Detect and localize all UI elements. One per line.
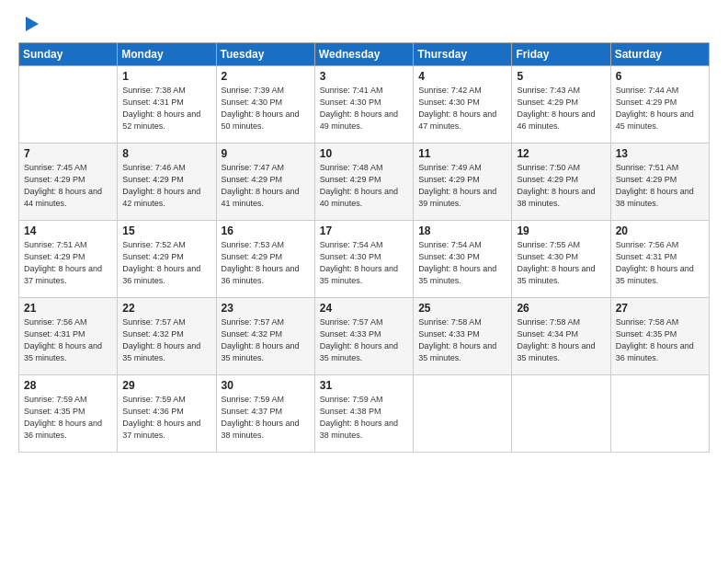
day-info: Sunrise: 7:57 AMSunset: 4:32 PMDaylight:… bbox=[122, 316, 210, 364]
calendar-cell: 19 Sunrise: 7:55 AMSunset: 4:30 PMDaylig… bbox=[512, 221, 610, 298]
calendar-cell: 12 Sunrise: 7:50 AMSunset: 4:29 PMDaylig… bbox=[512, 144, 610, 221]
calendar-cell: 1 Sunrise: 7:38 AMSunset: 4:31 PMDayligh… bbox=[118, 66, 216, 144]
day-info: Sunrise: 7:48 AMSunset: 4:29 PMDaylight:… bbox=[320, 162, 408, 210]
calendar-cell: 16 Sunrise: 7:53 AMSunset: 4:29 PMDaylig… bbox=[216, 221, 314, 298]
calendar-cell: 18 Sunrise: 7:54 AMSunset: 4:30 PMDaylig… bbox=[414, 221, 512, 298]
day-info: Sunrise: 7:38 AMSunset: 4:31 PMDaylight:… bbox=[122, 85, 210, 132]
day-info: Sunrise: 7:53 AMSunset: 4:29 PMDaylight:… bbox=[222, 239, 310, 287]
calendar-cell bbox=[512, 375, 610, 453]
calendar-cell: 17 Sunrise: 7:54 AMSunset: 4:30 PMDaylig… bbox=[314, 221, 413, 298]
day-number: 5 bbox=[517, 70, 605, 83]
calendar-header-row: SundayMondayTuesdayWednesdayThursdayFrid… bbox=[19, 43, 710, 66]
day-info: Sunrise: 7:59 AMSunset: 4:36 PMDaylight:… bbox=[122, 394, 210, 442]
day-number: 21 bbox=[24, 302, 112, 315]
logo-icon bbox=[22, 11, 42, 37]
calendar-cell: 6 Sunrise: 7:44 AMSunset: 4:29 PMDayligh… bbox=[610, 66, 709, 144]
calendar-cell: 30 Sunrise: 7:59 AMSunset: 4:37 PMDaylig… bbox=[216, 375, 314, 453]
calendar-cell: 7 Sunrise: 7:45 AMSunset: 4:29 PMDayligh… bbox=[19, 144, 118, 221]
day-number: 11 bbox=[418, 147, 506, 160]
day-info: Sunrise: 7:46 AMSunset: 4:29 PMDaylight:… bbox=[122, 162, 210, 210]
day-number: 31 bbox=[320, 379, 408, 392]
day-number: 18 bbox=[418, 224, 506, 237]
day-info: Sunrise: 7:44 AMSunset: 4:29 PMDaylight:… bbox=[616, 85, 704, 132]
day-info: Sunrise: 7:52 AMSunset: 4:29 PMDaylight:… bbox=[122, 239, 210, 287]
day-number: 4 bbox=[418, 70, 506, 83]
calendar-cell: 10 Sunrise: 7:48 AMSunset: 4:29 PMDaylig… bbox=[314, 144, 413, 221]
day-number: 27 bbox=[616, 302, 704, 315]
day-info: Sunrise: 7:56 AMSunset: 4:31 PMDaylight:… bbox=[616, 239, 704, 287]
day-info: Sunrise: 7:51 AMSunset: 4:29 PMDaylight:… bbox=[616, 162, 704, 210]
calendar-cell: 13 Sunrise: 7:51 AMSunset: 4:29 PMDaylig… bbox=[610, 144, 709, 221]
day-number: 10 bbox=[320, 147, 408, 160]
header bbox=[18, 15, 710, 37]
day-number: 29 bbox=[122, 379, 210, 392]
calendar-cell: 21 Sunrise: 7:56 AMSunset: 4:31 PMDaylig… bbox=[19, 298, 118, 375]
day-info: Sunrise: 7:41 AMSunset: 4:30 PMDaylight:… bbox=[320, 85, 408, 132]
header-sunday: Sunday bbox=[19, 43, 118, 66]
calendar-cell: 28 Sunrise: 7:59 AMSunset: 4:35 PMDaylig… bbox=[19, 375, 118, 453]
day-number: 1 bbox=[122, 70, 210, 83]
day-number: 8 bbox=[122, 147, 210, 160]
svg-marker-0 bbox=[26, 17, 39, 31]
day-number: 15 bbox=[122, 224, 210, 237]
calendar-cell: 4 Sunrise: 7:42 AMSunset: 4:30 PMDayligh… bbox=[414, 66, 512, 144]
calendar-week-4: 21 Sunrise: 7:56 AMSunset: 4:31 PMDaylig… bbox=[19, 298, 710, 375]
day-info: Sunrise: 7:50 AMSunset: 4:29 PMDaylight:… bbox=[517, 162, 605, 210]
calendar-cell: 15 Sunrise: 7:52 AMSunset: 4:29 PMDaylig… bbox=[118, 221, 216, 298]
day-info: Sunrise: 7:58 AMSunset: 4:34 PMDaylight:… bbox=[517, 316, 605, 364]
calendar-cell: 8 Sunrise: 7:46 AMSunset: 4:29 PMDayligh… bbox=[118, 144, 216, 221]
day-number: 26 bbox=[517, 302, 605, 315]
calendar-cell: 26 Sunrise: 7:58 AMSunset: 4:34 PMDaylig… bbox=[512, 298, 610, 375]
day-number: 30 bbox=[222, 379, 310, 392]
day-number: 25 bbox=[418, 302, 506, 315]
day-number: 6 bbox=[616, 70, 704, 83]
day-info: Sunrise: 7:47 AMSunset: 4:29 PMDaylight:… bbox=[222, 162, 310, 210]
calendar-cell: 31 Sunrise: 7:59 AMSunset: 4:38 PMDaylig… bbox=[314, 375, 413, 453]
header-thursday: Thursday bbox=[414, 43, 512, 66]
header-tuesday: Tuesday bbox=[216, 43, 314, 66]
day-number: 7 bbox=[24, 147, 112, 160]
day-info: Sunrise: 7:57 AMSunset: 4:32 PMDaylight:… bbox=[222, 316, 310, 364]
header-monday: Monday bbox=[118, 43, 216, 66]
day-info: Sunrise: 7:54 AMSunset: 4:30 PMDaylight:… bbox=[320, 239, 408, 287]
day-info: Sunrise: 7:56 AMSunset: 4:31 PMDaylight:… bbox=[24, 316, 112, 364]
day-info: Sunrise: 7:45 AMSunset: 4:29 PMDaylight:… bbox=[24, 162, 112, 210]
day-number: 19 bbox=[517, 224, 605, 237]
calendar-cell: 11 Sunrise: 7:49 AMSunset: 4:29 PMDaylig… bbox=[414, 144, 512, 221]
calendar-cell: 27 Sunrise: 7:58 AMSunset: 4:35 PMDaylig… bbox=[610, 298, 709, 375]
logo bbox=[18, 15, 42, 37]
calendar-cell bbox=[19, 66, 118, 144]
day-number: 22 bbox=[122, 302, 210, 315]
calendar-page: SundayMondayTuesdayWednesdayThursdayFrid… bbox=[0, 0, 728, 563]
calendar-cell: 22 Sunrise: 7:57 AMSunset: 4:32 PMDaylig… bbox=[118, 298, 216, 375]
day-number: 17 bbox=[320, 224, 408, 237]
calendar-cell: 25 Sunrise: 7:58 AMSunset: 4:33 PMDaylig… bbox=[414, 298, 512, 375]
day-number: 14 bbox=[24, 224, 112, 237]
day-number: 16 bbox=[222, 224, 310, 237]
day-number: 20 bbox=[616, 224, 704, 237]
calendar-cell: 20 Sunrise: 7:56 AMSunset: 4:31 PMDaylig… bbox=[610, 221, 709, 298]
calendar-week-3: 14 Sunrise: 7:51 AMSunset: 4:29 PMDaylig… bbox=[19, 221, 710, 298]
calendar-cell: 29 Sunrise: 7:59 AMSunset: 4:36 PMDaylig… bbox=[118, 375, 216, 453]
calendar-cell: 24 Sunrise: 7:57 AMSunset: 4:33 PMDaylig… bbox=[314, 298, 413, 375]
calendar-week-1: 1 Sunrise: 7:38 AMSunset: 4:31 PMDayligh… bbox=[19, 66, 710, 144]
day-info: Sunrise: 7:57 AMSunset: 4:33 PMDaylight:… bbox=[320, 316, 408, 364]
calendar-week-5: 28 Sunrise: 7:59 AMSunset: 4:35 PMDaylig… bbox=[19, 375, 710, 453]
calendar-week-2: 7 Sunrise: 7:45 AMSunset: 4:29 PMDayligh… bbox=[19, 144, 710, 221]
calendar-cell: 14 Sunrise: 7:51 AMSunset: 4:29 PMDaylig… bbox=[19, 221, 118, 298]
day-info: Sunrise: 7:49 AMSunset: 4:29 PMDaylight:… bbox=[418, 162, 506, 210]
day-info: Sunrise: 7:59 AMSunset: 4:35 PMDaylight:… bbox=[24, 394, 112, 442]
day-info: Sunrise: 7:54 AMSunset: 4:30 PMDaylight:… bbox=[418, 239, 506, 287]
day-info: Sunrise: 7:39 AMSunset: 4:30 PMDaylight:… bbox=[222, 85, 310, 132]
day-info: Sunrise: 7:58 AMSunset: 4:35 PMDaylight:… bbox=[616, 316, 704, 364]
header-saturday: Saturday bbox=[610, 43, 709, 66]
calendar-cell bbox=[610, 375, 709, 453]
day-info: Sunrise: 7:58 AMSunset: 4:33 PMDaylight:… bbox=[418, 316, 506, 364]
day-info: Sunrise: 7:51 AMSunset: 4:29 PMDaylight:… bbox=[24, 239, 112, 287]
day-info: Sunrise: 7:59 AMSunset: 4:37 PMDaylight:… bbox=[222, 394, 310, 442]
day-number: 3 bbox=[320, 70, 408, 83]
day-number: 2 bbox=[222, 70, 310, 83]
calendar-cell: 9 Sunrise: 7:47 AMSunset: 4:29 PMDayligh… bbox=[216, 144, 314, 221]
day-info: Sunrise: 7:55 AMSunset: 4:30 PMDaylight:… bbox=[517, 239, 605, 287]
calendar-cell: 23 Sunrise: 7:57 AMSunset: 4:32 PMDaylig… bbox=[216, 298, 314, 375]
